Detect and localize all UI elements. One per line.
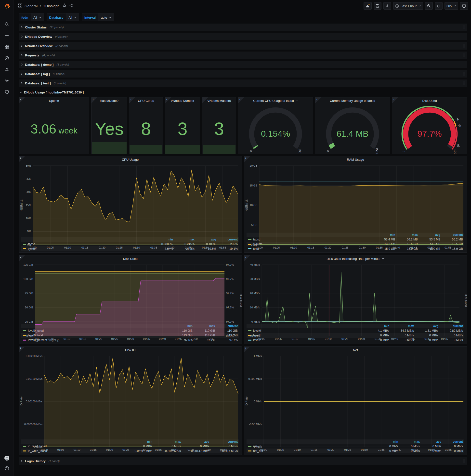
- dashboard-settings-button[interactable]: [383, 2, 391, 10]
- info-corner-icon[interactable]: [244, 255, 250, 261]
- panel-title[interactable]: Disk IO: [19, 347, 242, 353]
- row-drag-handle[interactable]: [463, 25, 466, 29]
- svg-text:01:45: 01:45: [408, 337, 415, 340]
- explore-compass-icon[interactable]: [4, 55, 10, 61]
- svg-text:01:15: 01:15: [90, 448, 97, 451]
- info-corner-icon[interactable]: [19, 156, 25, 162]
- panel-title[interactable]: Uptime: [19, 97, 89, 104]
- refresh-button[interactable]: [435, 2, 442, 10]
- row-login-history[interactable]: Login History (1 panel): [19, 457, 467, 465]
- panel-menu-caret-icon[interactable]: [295, 99, 298, 102]
- chart-svg[interactable]: 01:0001:0501:1001:1501:2001:2501:3001:35…: [244, 353, 467, 453]
- variable-database-value[interactable]: All: [66, 14, 79, 21]
- refresh-interval-picker[interactable]: 30s: [444, 2, 458, 10]
- chart-svg[interactable]: 01:0001:0501:1001:1501:2001:2501:3001:35…: [19, 353, 242, 453]
- dashboards-icon[interactable]: [4, 44, 10, 50]
- variable-fqdn-value[interactable]: All: [31, 14, 44, 21]
- help-icon[interactable]: [4, 466, 10, 471]
- stat-value-area: Yes: [91, 104, 127, 154]
- info-corner-icon[interactable]: [315, 97, 321, 103]
- row-drag-handle[interactable]: [463, 44, 466, 48]
- row-title: Database: [ test ]: [25, 82, 51, 85]
- chart-svg[interactable]: 01:0001:0501:1001:1501:2001:2501:3001:35…: [244, 262, 467, 342]
- breadcrumb-folder[interactable]: General: [25, 4, 37, 8]
- info-corner-icon[interactable]: [165, 97, 171, 103]
- variable-interval-value[interactable]: auto: [98, 14, 114, 21]
- chart-cpu-usage: 01:0001:0501:1001:1501:2001:2501:3001:35…: [19, 163, 242, 237]
- row-drag-handle[interactable]: [463, 34, 466, 38]
- row-database-test[interactable]: Database: [ test ] (5 panels): [19, 80, 467, 87]
- svg-text:01:45: 01:45: [411, 448, 418, 451]
- panel-title[interactable]: Disk Used Increasing Rate per Minute: [244, 255, 467, 262]
- info-corner-icon[interactable]: [392, 97, 398, 103]
- svg-text:01:40: 01:40: [391, 337, 398, 340]
- dashboard-title[interactable]: TDinsight: [43, 4, 59, 8]
- panel-title[interactable]: Disk Used: [392, 97, 467, 104]
- gauge-svg: 0158961.4 MB: [315, 104, 390, 154]
- chevron-right-icon: [21, 73, 23, 75]
- share-icon[interactable]: [69, 3, 73, 8]
- create-plus-icon[interactable]: [4, 33, 10, 38]
- info-corner-icon[interactable]: [19, 347, 25, 353]
- row-mnodes-overview[interactable]: MNodes Overview (2 panels): [19, 42, 467, 50]
- info-corner-icon[interactable]: [244, 347, 250, 353]
- variable-database-label[interactable]: Database: [47, 14, 66, 21]
- zoom-out-time-button[interactable]: [425, 2, 433, 10]
- row-database-log[interactable]: Database: [ log ] (5 panels): [19, 70, 467, 78]
- info-corner-icon[interactable]: [238, 97, 244, 103]
- panel-title[interactable]: RAM Usage: [244, 156, 467, 163]
- svg-text:01:05: 01:05: [47, 246, 54, 249]
- variables-bar: fqdn All Database All Interval auto: [14, 12, 471, 23]
- alerting-bell-icon[interactable]: [4, 67, 10, 72]
- save-dashboard-button[interactable]: [374, 2, 382, 10]
- svg-text:15 GB: 15 GB: [250, 184, 257, 187]
- user-avatar[interactable]: [4, 455, 10, 461]
- chart-disk-io: 01:0001:0501:1001:1501:2001:2501:3001:35…: [19, 353, 242, 439]
- row-drag-handle[interactable]: [463, 53, 466, 57]
- panel-disk-used-chart: i Disk Used 01:0001:0501:1001:1501:2001:…: [19, 255, 242, 344]
- row-cluster-status[interactable]: Cluster Status (21 panels): [19, 24, 467, 31]
- panel-title[interactable]: CPU Usage: [19, 156, 242, 163]
- info-corner-icon[interactable]: [19, 255, 25, 261]
- configuration-gear-icon[interactable]: [4, 78, 10, 84]
- row-database-demo[interactable]: Database: [ demo ] (5 panels): [19, 61, 467, 68]
- svg-text:97.7%: 97.7%: [226, 263, 234, 266]
- info-corner-icon[interactable]: [202, 97, 208, 103]
- chart-svg[interactable]: 01:0001:0501:1001:1501:2001:2501:3001:35…: [244, 163, 467, 251]
- server-admin-shield-icon[interactable]: [4, 89, 10, 95]
- info-corner-icon[interactable]: [19, 97, 25, 103]
- panel-title[interactable]: Current Memory Usage of taosd: [315, 97, 390, 104]
- row-title: DNodes Overview: [25, 35, 52, 38]
- panel-title[interactable]: Current CPU Usage of taosd: [238, 97, 313, 104]
- row-dnode-usage[interactable]: DNode Usage [ huolinhe-TM1701:6030 ]: [19, 89, 467, 96]
- svg-text:0: 0: [402, 151, 406, 153]
- add-panel-button[interactable]: [364, 2, 372, 10]
- row-drag-handle[interactable]: [463, 81, 466, 85]
- time-range-picker[interactable]: Last 1 hour: [393, 2, 423, 10]
- row-drag-handle[interactable]: [463, 63, 466, 67]
- panel-title[interactable]: Net: [244, 347, 467, 353]
- row-drag-handle[interactable]: [463, 459, 466, 463]
- chart-svg[interactable]: 01:0001:0501:1001:1501:2001:2501:3001:35…: [19, 163, 242, 251]
- chart-svg[interactable]: 01:0001:0501:1001:1501:2001:2501:3001:35…: [19, 262, 242, 342]
- grafana-logo[interactable]: [0, 0, 14, 13]
- panel-menu-caret-icon[interactable]: [382, 257, 384, 261]
- info-corner-icon[interactable]: [244, 156, 250, 162]
- grafana-app: General / TDinsight Last 1 hour 30s: [0, 0, 471, 476]
- info-corner-icon[interactable]: [91, 97, 97, 103]
- stat-value-area: 3.06week: [19, 104, 89, 154]
- tv-cycle-view-button[interactable]: [460, 2, 468, 10]
- search-icon[interactable]: [4, 22, 10, 27]
- star-icon[interactable]: [62, 3, 67, 8]
- svg-text:20 GB: 20 GB: [250, 164, 257, 167]
- row-drag-handle[interactable]: [463, 72, 466, 76]
- row-requests[interactable]: Requests (4 panels): [19, 51, 467, 59]
- row-dnodes-overview[interactable]: DNodes Overview (4 panels): [19, 33, 467, 40]
- svg-text:01:05: 01:05: [48, 337, 54, 340]
- variable-fqdn-label[interactable]: fqdn: [19, 14, 31, 21]
- svg-text:97.7%: 97.7%: [226, 320, 234, 323]
- variable-interval-label[interactable]: Interval: [82, 14, 98, 21]
- panel-title[interactable]: Disk Used: [19, 255, 242, 262]
- info-corner-icon[interactable]: [129, 97, 135, 103]
- apps-grid-icon[interactable]: [18, 3, 22, 8]
